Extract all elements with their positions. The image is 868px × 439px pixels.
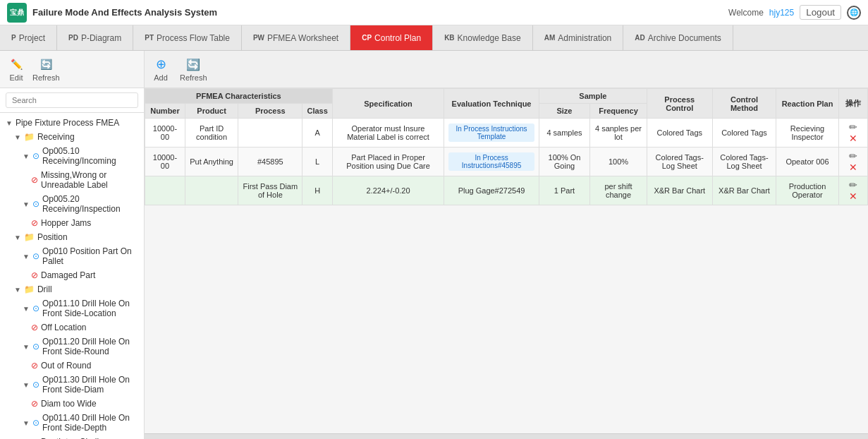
content-toolbar: ⊕ Add 🔄 Refresh [145, 51, 868, 88]
failure-icon: ⊘ [31, 323, 38, 332]
arrow-icon: ▼ [14, 234, 21, 241]
tree-failure-depth-shallow[interactable]: ⊘ Depth too Shallow [0, 435, 144, 439]
tab-pdiagram-prefix: PD [68, 34, 78, 42]
row2-class: L [302, 148, 332, 176]
op-icon: ⊙ [32, 199, 39, 209]
failure-icon: ⊘ [31, 361, 38, 371]
arrow-icon: ▼ [23, 381, 30, 389]
nav-tabs: P Project PD P-Diagram PT Process Flow T… [0, 25, 868, 51]
row3-process: First Pass Diam of Hole [238, 176, 302, 205]
sample-header: Sample [539, 89, 647, 104]
tree-failure-hopper[interactable]: ⊘ Hopper Jams [0, 216, 144, 230]
tree-op011-40[interactable]: ▼ ⊙ Op011.40 Drill Hole On Front Side-De… [0, 411, 144, 435]
tree-op005-20[interactable]: ▼ ⊙ Op005.20 Receiving/Inspection [0, 192, 144, 216]
tree-root[interactable]: ▼ Pipe Fixture Process FMEA [0, 116, 144, 130]
tab-kb-label: Knowledge Base [458, 33, 521, 43]
tab-pfmea[interactable]: PW PFMEA Worksheet [242, 25, 350, 50]
op-icon: ⊙ [32, 342, 39, 351]
row1-frequency: 4 sanples per lot [590, 119, 647, 148]
tab-control-plan[interactable]: CP Control Plan [350, 25, 433, 50]
row2-actions: ✏ ✕ [838, 148, 867, 176]
tree-op011-20[interactable]: ▼ ⊙ Op011.20 Drill Hole On Front Side-Ro… [0, 335, 144, 359]
row3-number [145, 176, 185, 205]
sidebar-tree: ▼ Pipe Fixture Process FMEA ▼ 📁 Receivin… [0, 113, 144, 439]
tab-knowledge-base[interactable]: KB Knowledge Base [433, 25, 533, 50]
edit-row-button[interactable]: ✏ [847, 121, 860, 133]
tree-op010[interactable]: ▼ ⊙ Op010 Position Part On Pallet [0, 244, 144, 268]
top-bar-left: 宝鼎 Failure Mode And Effects Analysis Sys… [7, 3, 217, 23]
tab-pdiagram[interactable]: PD P-Diagram [57, 25, 133, 50]
pfmea-characteristics-header: PFMEA Characteristics [145, 89, 333, 104]
row1-product: Part ID condition [185, 119, 238, 148]
tree-failure-out-of-round[interactable]: ⊘ Out of Round [0, 359, 144, 373]
evaluation-tag: In Process Instructions#45895 [448, 152, 534, 171]
tab-am-prefix: AM [544, 34, 556, 42]
logout-button[interactable]: Logout [800, 5, 841, 20]
row2-number: 10000-00 [145, 148, 185, 176]
tree-op005-20-label: Op005.20 Receiving/Inspection [42, 194, 138, 214]
tree-failure-diam-wide-label: Diam too Wide [41, 399, 97, 409]
tree-drill[interactable]: ▼ 📁 Drill [0, 282, 144, 296]
sidebar-edit-button[interactable]: ✏️ Edit [8, 56, 24, 82]
row1-number: 10000-00 [145, 119, 185, 148]
tab-process-flow-label: Process Flow Table [157, 33, 230, 43]
tab-am-label: Administration [558, 33, 611, 43]
arrow-icon: ▼ [14, 133, 21, 141]
tab-process-flow[interactable]: PT Process Flow Table [133, 25, 242, 50]
tree-failure-off-location[interactable]: ⊘ Off Location [0, 320, 144, 335]
tab-pfmea-prefix: PW [253, 34, 264, 42]
tree-op011-30-label: Op011.30 Drill Hole On Front Side-Diam [42, 375, 138, 395]
tree-op005-10[interactable]: ▼ ⊙ Op005.10 Receiving/Incoming [0, 144, 144, 168]
evaluation-tag: In Process Instructions Template [448, 124, 534, 142]
row2-reaction-plan: Opeator 006 [776, 148, 838, 176]
row2-size: 100% On Going [539, 148, 589, 176]
tree-position[interactable]: ▼ 📁 Position [0, 230, 144, 244]
tab-project[interactable]: P Project [0, 25, 57, 50]
tab-project-prefix: P [11, 34, 16, 42]
row2-frequency: 100% [590, 148, 647, 176]
folder-icon: 📁 [24, 232, 35, 242]
add-button[interactable]: ⊕ Add [153, 56, 169, 82]
arrow-icon: ▼ [23, 419, 30, 427]
number-header: Number [145, 104, 185, 119]
tree-op011-40-label: Op011.40 Drill Hole On Front Side-Depth [42, 413, 138, 433]
tree-op011-30[interactable]: ▼ ⊙ Op011.30 Drill Hole On Front Side-Di… [0, 373, 144, 397]
tab-administration[interactable]: AM Administration [533, 25, 624, 50]
tree-failure-damaged[interactable]: ⊘ Damaged Part [0, 268, 144, 282]
tab-archive[interactable]: AD Archive Documents [623, 25, 733, 50]
row2-evaluation: In Process Instructions#45895 [444, 148, 539, 176]
bottom-scrollbar[interactable] [145, 433, 868, 439]
row3-product [185, 176, 238, 205]
tree-root-label: Pipe Fixture Process FMEA [16, 118, 119, 128]
arrow-icon: ▼ [23, 305, 30, 313]
row3-class: H [302, 176, 332, 205]
tree-receiving[interactable]: ▼ 📁 Receiving [0, 130, 144, 144]
delete-row-button[interactable]: ✕ [847, 162, 860, 173]
top-bar: 宝鼎 Failure Mode And Effects Analysis Sys… [0, 0, 868, 25]
characteristics-table: PFMEA Characteristics Specification Eval… [145, 88, 868, 205]
tree-failure-diam-wide[interactable]: ⊘ Diam too Wide [0, 397, 144, 411]
sidebar-refresh-button[interactable]: 🔄 Refresh [32, 56, 60, 82]
tree-drill-label: Drill [37, 284, 52, 294]
edit-row-button[interactable]: ✏ [847, 150, 860, 162]
arrow-icon: ▼ [23, 152, 30, 160]
globe-icon[interactable]: 🌐 [847, 6, 861, 20]
tree-failure-missing[interactable]: ⊘ Missing,Wrong or Unreadable Label [0, 168, 144, 192]
search-input[interactable] [6, 92, 138, 108]
size-header: Size [539, 104, 589, 119]
table-wrapper[interactable]: PFMEA Characteristics Specification Eval… [145, 88, 868, 433]
tab-ad-prefix: AD [635, 34, 644, 42]
app-title: Failure Mode And Effects Analysis System [32, 7, 217, 18]
refresh-label: Refresh [32, 73, 60, 82]
content-refresh-button[interactable]: 🔄 Refresh [180, 56, 207, 82]
failure-icon: ⊘ [31, 218, 38, 228]
edit-row-button[interactable]: ✏ [847, 179, 860, 191]
delete-row-button[interactable]: ✕ [847, 133, 860, 144]
delete-row-button[interactable]: ✕ [847, 191, 860, 202]
content-refresh-label: Refresh [180, 73, 207, 82]
content-area: ⊕ Add 🔄 Refresh PFMEA Characteristics Sp… [145, 51, 868, 439]
tree-failure-out-of-round-label: Out of Round [41, 361, 91, 371]
tree-op011-10[interactable]: ▼ ⊙ Op011.10 Drill Hole On Front Side-Lo… [0, 296, 144, 320]
username: hjy125 [769, 8, 794, 18]
welcome-text: Welcome [728, 8, 764, 18]
